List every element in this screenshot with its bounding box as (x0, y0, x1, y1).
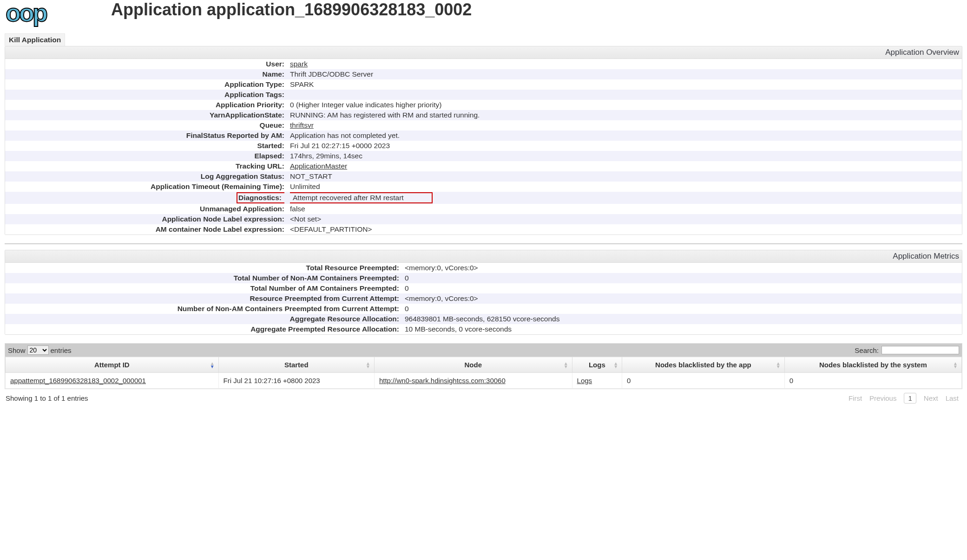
attempt-started: Fri Jul 21 10:27:16 +0800 2023 (218, 373, 374, 389)
attempts-col-header[interactable]: Node▲▼ (374, 357, 572, 373)
overview-value: <DEFAULT_PARTITION> (287, 224, 962, 234)
overview-label: Tracking URL: (5, 161, 287, 171)
attempts-section: Show 102050100 entries Search: Attempt I… (5, 343, 962, 389)
overview-value (287, 90, 962, 100)
search-label: Search: (855, 346, 879, 354)
overview-value: 0 (Higher Integer value indicates higher… (287, 100, 962, 110)
overview-label: Application Tags: (5, 90, 287, 100)
overview-label: Diagnostics: (5, 192, 287, 204)
overview-value: Thrift JDBC/ODBC Server (287, 69, 962, 79)
overview-value: Application has not completed yet. (287, 130, 962, 141)
metrics-value: 10 MB-seconds, 0 vcore-seconds (402, 324, 962, 334)
application-metrics-section: Application Metrics Total Resource Preem… (5, 250, 962, 335)
overview-value: 174hrs, 29mins, 14sec (287, 151, 962, 161)
attempts-col-header[interactable]: Nodes blacklisted by the app▲▼ (622, 357, 785, 373)
attempts-col-header[interactable]: Started▲▼ (218, 357, 374, 373)
overview-value: Fri Jul 21 02:27:15 +0000 2023 (287, 141, 962, 151)
overview-value[interactable]: spark (287, 59, 962, 69)
overview-label: Started: (5, 141, 287, 151)
overview-label: Queue: (5, 120, 287, 130)
pager-info: Showing 1 to 1 of 1 entries (6, 394, 88, 402)
search-input[interactable] (881, 346, 959, 354)
overview-value: Attempt recovered after RM restart (287, 192, 962, 204)
sort-icon: ▲▼ (366, 362, 370, 368)
pager-last[interactable]: Last (946, 394, 959, 402)
pager-next[interactable]: Next (924, 394, 938, 402)
metrics-value: <memory:0, vCores:0> (402, 293, 962, 304)
overview-link[interactable]: ApplicationMaster (290, 162, 347, 170)
metrics-value: 0 (402, 304, 962, 314)
attempts-col-header[interactable]: Attempt ID▲▼ (6, 357, 219, 373)
metrics-label: Total Number of Non-AM Containers Preemp… (5, 273, 402, 283)
attempt-blacklist-app: 0 (622, 373, 785, 389)
pager-first[interactable]: First (849, 394, 862, 402)
sort-icon: ▲▼ (210, 362, 215, 368)
metrics-label: Number of Non-AM Containers Preempted fr… (5, 304, 402, 314)
metrics-label: Total Resource Preempted: (5, 263, 402, 273)
kill-application-button[interactable]: Kill Application (5, 33, 65, 46)
sort-icon: ▲▼ (776, 362, 781, 368)
overview-value: <Not set> (287, 214, 962, 224)
attempts-col-header[interactable]: Nodes blacklisted by the system▲▼ (784, 357, 961, 373)
overview-label: AM container Node Label expression: (5, 224, 287, 234)
overview-value: SPARK (287, 79, 962, 90)
metrics-label: Aggregate Preempted Resource Allocation: (5, 324, 402, 334)
attempts-col-header[interactable]: Logs▲▼ (572, 357, 622, 373)
diagnostics-highlight: Attempt recovered after RM restart (290, 192, 433, 203)
pager-current[interactable]: 1 (904, 393, 916, 404)
overview-value[interactable]: ApplicationMaster (287, 161, 962, 171)
pager-previous[interactable]: Previous (869, 394, 896, 402)
metrics-value: <memory:0, vCores:0> (402, 263, 962, 273)
overview-table: User:sparkName:Thrift JDBC/ODBC ServerAp… (5, 59, 962, 234)
metrics-value: 0 (402, 273, 962, 283)
overview-label: YarnApplicationState: (5, 110, 287, 120)
show-label: Show (8, 346, 26, 354)
metrics-value: 0 (402, 283, 962, 293)
sort-icon: ▲▼ (613, 362, 618, 368)
overview-label: Application Priority: (5, 100, 287, 110)
overview-label: Log Aggregation Status: (5, 171, 287, 182)
entries-label: entries (51, 346, 72, 354)
overview-link[interactable]: thriftsvr (290, 121, 314, 129)
entries-select[interactable]: 102050100 (27, 345, 49, 355)
metrics-value: 964839801 MB-seconds, 628150 vcore-secon… (402, 314, 962, 324)
section-separator (5, 243, 962, 244)
section-title-overview: Application Overview (5, 46, 962, 59)
metrics-table: Total Resource Preempted:<memory:0, vCor… (5, 263, 962, 334)
overview-label: User: (5, 59, 287, 69)
sort-icon: ▲▼ (953, 362, 958, 368)
overview-value[interactable]: thriftsvr (287, 120, 962, 130)
overview-label: Application Node Label expression: (5, 214, 287, 224)
overview-label: Application Timeout (Remaining Time): (5, 182, 287, 192)
attempts-table: Attempt ID▲▼Started▲▼Node▲▼Logs▲▼Nodes b… (5, 357, 962, 389)
overview-value: Unlimited (287, 182, 962, 192)
metrics-label: Resource Preempted from Current Attempt: (5, 293, 402, 304)
overview-label: Name: (5, 69, 287, 79)
overview-label: Elapsed: (5, 151, 287, 161)
overview-link[interactable]: spark (290, 60, 308, 68)
metrics-label: Total Number of AM Containers Preempted: (5, 283, 402, 293)
section-title-metrics: Application Metrics (5, 250, 962, 263)
application-overview-section: Application Overview User:sparkName:Thri… (5, 46, 962, 235)
attempt-node-link[interactable]: http://wn0-spark.hdinsightcss.com:30060 (379, 377, 506, 384)
overview-label: Application Type: (5, 79, 287, 90)
metrics-label: Aggregate Resource Allocation: (5, 314, 402, 324)
hadoop-logo: oop (5, 0, 46, 25)
attempt-blacklist-sys: 0 (784, 373, 961, 389)
overview-label: FinalStatus Reported by AM: (5, 130, 287, 141)
table-row: appattempt_1689906328183_0002_000001Fri … (6, 373, 962, 389)
overview-value: RUNNING: AM has registered with RM and s… (287, 110, 962, 120)
overview-value: NOT_START (287, 171, 962, 182)
page-title: Application application_1689906328183_00… (111, 0, 472, 20)
sort-icon: ▲▼ (564, 362, 568, 368)
overview-value: false (287, 204, 962, 214)
attempt-logs-link[interactable]: Logs (577, 377, 592, 384)
overview-label: Unmanaged Application: (5, 204, 287, 214)
attempt-id-link[interactable]: appattempt_1689906328183_0002_000001 (10, 377, 146, 384)
